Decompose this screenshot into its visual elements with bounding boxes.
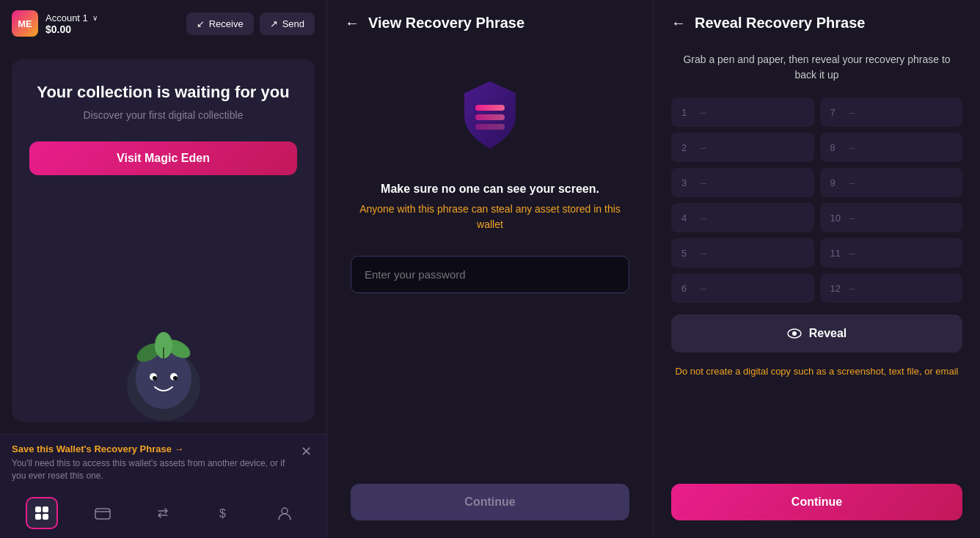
collection-subtitle: Discover your first digital collectible [29,109,297,121]
reveal-desc: Grab a pen and paper, then reveal your r… [671,52,962,83]
eye-icon [787,326,802,341]
wallet-header: ME Account 1 ∨ $0.00 ↙ Receive ↗ Send [0,0,326,47]
svg-point-5 [173,376,178,380]
me-logo: ME [12,10,38,37]
panel3-header: ← Reveal Recovery Phrase [654,0,980,46]
send-button[interactable]: ↗ Send [260,12,315,35]
receive-icon: ↙ [197,18,205,29]
collection-title: Your collection is waiting for you [29,82,297,103]
warning-text: Make sure no one can see your screen. [381,183,599,196]
reveal-recovery-panel: ← Reveal Recovery Phrase Grab a pen and … [654,0,980,538]
panel3-title: Reveal Recovery Phrase [695,15,865,32]
nav-item-wallet[interactable] [87,497,119,529]
panel3-body: Grab a pen and paper, then reveal your r… [654,46,980,478]
account-info: Account 1 ∨ $0.00 [45,12,98,35]
phrase-slot-12: 12 – [820,273,963,303]
chevron-down-icon: ∨ [92,14,98,22]
phrase-slot-9: 9 – [820,168,963,197]
mascot-image [98,305,230,422]
svg-point-16 [282,508,288,514]
shield-icon-wrap [450,75,530,159]
svg-rect-19 [475,124,505,130]
receive-button[interactable]: ↙ Receive [186,12,254,35]
collection-card: Your collection is waiting for you Disco… [12,59,315,422]
phrase-slot-4: 4 – [671,203,814,232]
svg-rect-17 [475,105,505,111]
panel2-back-button[interactable]: ← [345,15,359,32]
phrase-slot-7: 7 – [820,97,963,127]
bottom-navigation: $ [12,491,315,532]
nav-item-profile[interactable] [268,497,301,529]
warning-copy: Do not create a digital copy such as a s… [671,364,962,379]
phrase-slot-8: 8 – [820,133,963,162]
recovery-title[interactable]: Save this Wallet's Recovery Phrase → [12,443,298,454]
close-recovery-button[interactable]: ✕ [298,443,315,460]
recovery-banner: Save this Wallet's Recovery Phrase → You… [12,443,315,482]
panel2-continue-button[interactable]: Continue [351,484,629,520]
panel1-content: Your collection is waiting for you Disco… [0,47,326,434]
account-balance: $0.00 [45,23,98,35]
panel3-continue-button[interactable]: Continue [671,484,962,520]
visit-magic-eden-button[interactable]: Visit Magic Eden [29,141,297,175]
panel3-footer: Continue [654,478,980,538]
panel2-title: View Recovery Phrase [368,15,524,32]
phrase-slot-2: 2 – [671,133,814,162]
panel2-header: ← View Recovery Phrase [327,0,653,46]
recovery-desc: You'll need this to access this wallet's… [12,457,298,482]
wallet-home-panel: ME Account 1 ∨ $0.00 ↙ Receive ↗ Send Yo [0,0,326,538]
phrase-slot-10: 10 – [820,203,963,232]
svg-rect-13 [43,514,48,520]
nav-item-grid[interactable] [26,497,58,529]
panel3-back-button[interactable]: ← [671,15,686,32]
phrase-slot-1: 1 – [671,97,814,127]
phrase-slot-5: 5 – [671,238,814,268]
nav-item-dollar[interactable]: $ [208,497,240,529]
phrase-slot-11: 11 – [820,238,963,268]
panel1-footer: Save this Wallet's Recovery Phrase → You… [0,434,326,538]
reveal-button[interactable]: Reveal [671,314,962,353]
panel2-footer: Continue [327,472,653,538]
account-name[interactable]: Account 1 ∨ [45,12,98,23]
view-recovery-panel: ← View Recovery Phrase [326,0,654,538]
header-left: ME Account 1 ∨ $0.00 [12,10,98,37]
panel2-body: Make sure no one can see your screen. An… [327,46,653,472]
svg-rect-14 [95,509,110,519]
shield-icon [450,75,530,156]
svg-rect-12 [35,514,41,520]
svg-rect-11 [43,506,48,512]
svg-rect-18 [475,114,505,120]
recovery-text-block: Save this Wallet's Recovery Phrase → You… [12,443,298,482]
svg-point-4 [153,376,157,380]
svg-text:$: $ [219,507,226,520]
svg-rect-10 [35,506,41,512]
password-input[interactable] [351,256,629,293]
phrase-grid: 1 – 7 – 2 – 8 – 3 – 9 – [671,97,962,303]
send-icon: ↗ [270,18,278,29]
nav-item-swap[interactable] [147,497,179,529]
warning-sub: Anyone with this phrase can steal any as… [351,202,629,232]
phrase-slot-3: 3 – [671,168,814,197]
svg-point-21 [792,331,797,336]
phrase-slot-6: 6 – [671,273,814,303]
header-actions: ↙ Receive ↗ Send [186,12,315,35]
